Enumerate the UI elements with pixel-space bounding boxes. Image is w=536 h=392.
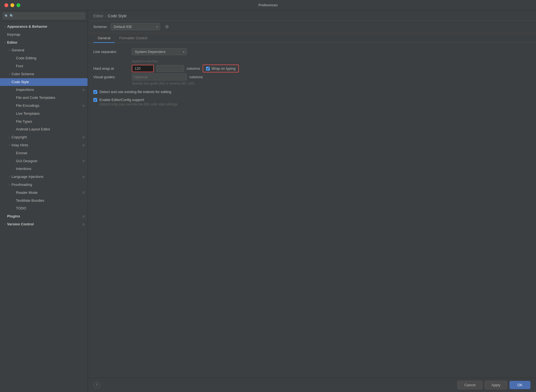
chevron-icon: › (7, 175, 12, 179)
wrap-on-typing-label: Wrap on typing (211, 66, 235, 71)
sidebar-item-gui-designer[interactable]: GUI Designer ⊞ (0, 157, 88, 165)
cancel-button[interactable]: Cancel (457, 381, 482, 389)
spacer (12, 198, 16, 203)
page-icon: ⊞ (82, 88, 85, 93)
minimize-button[interactable] (10, 3, 14, 7)
spacer (12, 111, 16, 116)
spacer (12, 127, 16, 132)
hard-wrap-row: Hard wrap at columns Wrap on typing (93, 65, 531, 72)
sidebar-item-general[interactable]: › General (0, 46, 88, 54)
scheme-dropdown[interactable]: Default IDE Custom (111, 23, 160, 30)
sidebar-item-font[interactable]: Font (0, 62, 88, 70)
sidebar-item-label: General (12, 47, 85, 53)
sidebar-item-android-layout-editor[interactable]: Android Layout Editor (0, 125, 88, 133)
sidebar-item-copyright[interactable]: › Copyright ⊞ (0, 133, 88, 141)
sidebar-item-emmet[interactable]: Emmet (0, 149, 88, 157)
page-icon: ⊞ (82, 175, 85, 180)
tab-formatter-control[interactable]: Formatter Control (115, 33, 152, 43)
sidebar-item-reader-mode[interactable]: Reader Mode ⊞ (0, 189, 88, 197)
spacer (12, 206, 16, 211)
close-button[interactable] (4, 3, 8, 7)
hard-wrap-input[interactable] (132, 65, 154, 72)
chevron-icon: › (7, 135, 12, 140)
sidebar-item-file-code-templates[interactable]: File and Code Templates (0, 94, 88, 102)
sidebar-item-label: Plugins (7, 214, 81, 219)
sidebar-item-label: Editor (7, 40, 85, 46)
sidebar-item-code-editing[interactable]: Code Editing (0, 54, 88, 62)
sidebar-item-label: Font (16, 63, 85, 69)
chevron-icon: › (7, 80, 12, 84)
sidebar-item-editor[interactable]: › Editor (0, 39, 88, 47)
spacer (12, 96, 16, 100)
applied-hint: Applied to new files. (132, 60, 531, 63)
sidebar-item-code-style[interactable]: › Code Style (0, 78, 88, 86)
sidebar-item-file-encodings[interactable]: File Encodings ⊞ (0, 102, 88, 110)
bottom-bar: ? Cancel Apply OK (88, 378, 536, 392)
sidebar-item-label: Copyright (12, 135, 81, 140)
sidebar-item-label: TextMate Bundles (16, 198, 85, 204)
detect-indents-row: Detect and use existing file indents for… (93, 90, 531, 94)
sidebar-item-label: GUI Designer (16, 158, 81, 164)
sidebar-item-label: TODO (16, 206, 85, 211)
sidebar-item-label: Language Injections (12, 174, 81, 180)
maximize-button[interactable] (16, 3, 20, 7)
columns-text: columns (187, 66, 200, 71)
sidebar-item-live-templates[interactable]: Live Templates (0, 110, 88, 118)
wrap-on-typing-checkbox[interactable] (206, 67, 210, 71)
sidebar-item-label: Inlay Hints (12, 142, 81, 148)
editorconfig-checkbox[interactable] (93, 98, 97, 102)
apply-button[interactable]: Apply (485, 381, 507, 389)
sidebar-item-label: Reader Mode (16, 190, 81, 196)
page-icon: ⊞ (82, 222, 85, 227)
hard-wrap-input2[interactable] (157, 65, 184, 72)
window-title: Preferences (258, 3, 278, 7)
spacer (12, 64, 16, 68)
sidebar-item-intentions[interactable]: Intentions (0, 165, 88, 173)
detect-indents-checkbox[interactable] (93, 90, 97, 94)
tab-general[interactable]: General (93, 33, 115, 43)
sidebar-item-label: Android Layout Editor (16, 127, 85, 132)
page-icon: ⊞ (82, 103, 85, 108)
window-controls (4, 3, 20, 7)
visual-guides-input[interactable] (132, 74, 187, 80)
sidebar-item-proofreading[interactable]: › Proofreading (0, 181, 88, 189)
sidebar-item-keymap[interactable]: Keymap (0, 31, 88, 39)
help-button[interactable]: ? (93, 382, 100, 388)
search-wrapper: 🔍 (3, 13, 85, 19)
sidebar-item-version-control[interactable]: › Version Control ⊞ (0, 220, 88, 228)
spacer (3, 214, 7, 219)
sidebar-item-textmate-bundles[interactable]: TextMate Bundles (0, 197, 88, 205)
spacer (12, 191, 16, 195)
scheme-gear-button[interactable]: ⚙ (163, 24, 171, 30)
sidebar-item-label: File Types (16, 119, 85, 125)
sidebar-item-inspections[interactable]: Inspections ⊞ (0, 86, 88, 94)
sidebar-item-label: Appearance & Behavior (7, 24, 85, 30)
page-icon: ⊞ (82, 159, 85, 164)
sidebar-item-color-scheme[interactable]: › Color Scheme (0, 70, 88, 78)
ok-button[interactable]: OK (509, 381, 531, 389)
sidebar-item-plugins[interactable]: Plugins ⊞ (0, 212, 88, 220)
line-separator-dropdown[interactable]: System-Dependent Unix (\n) Windows (\r\n… (132, 48, 187, 55)
spacer (12, 56, 16, 61)
page-icon: ⊞ (82, 190, 85, 195)
sidebar-item-file-types[interactable]: File Types (0, 118, 88, 126)
sidebar-item-appearance-behavior[interactable]: › Appearance & Behavior (0, 23, 88, 31)
search-bar: 🔍 (0, 10, 88, 22)
sidebar-item-label: Inspections (16, 87, 81, 93)
sidebar-item-inlay-hints[interactable]: › Inlay Hints ⊞ (0, 141, 88, 149)
chevron-icon: › (7, 48, 12, 53)
scheme-dropdown-wrapper: Default IDE Custom (111, 23, 160, 30)
tabs-bar: General Formatter Control (88, 33, 536, 43)
spacer (12, 167, 16, 171)
chevron-icon: › (7, 143, 12, 147)
scheme-row: Scheme: Default IDE Custom ⚙ (88, 21, 536, 33)
search-input[interactable] (3, 13, 85, 19)
chevron-icon: › (7, 183, 12, 187)
visual-guides-row: Visual guides: columns (93, 74, 531, 80)
sidebar-item-todo[interactable]: TODO (0, 205, 88, 212)
line-separator-dropdown-wrapper: System-Dependent Unix (\n) Windows (\r\n… (132, 48, 187, 55)
breadcrumb-parent: Editor (93, 14, 104, 18)
sidebar-item-label: File and Code Templates (16, 95, 85, 101)
sidebar-item-label: Color Scheme (12, 71, 85, 77)
sidebar-item-language-injections[interactable]: › Language Injections ⊞ (0, 173, 88, 181)
